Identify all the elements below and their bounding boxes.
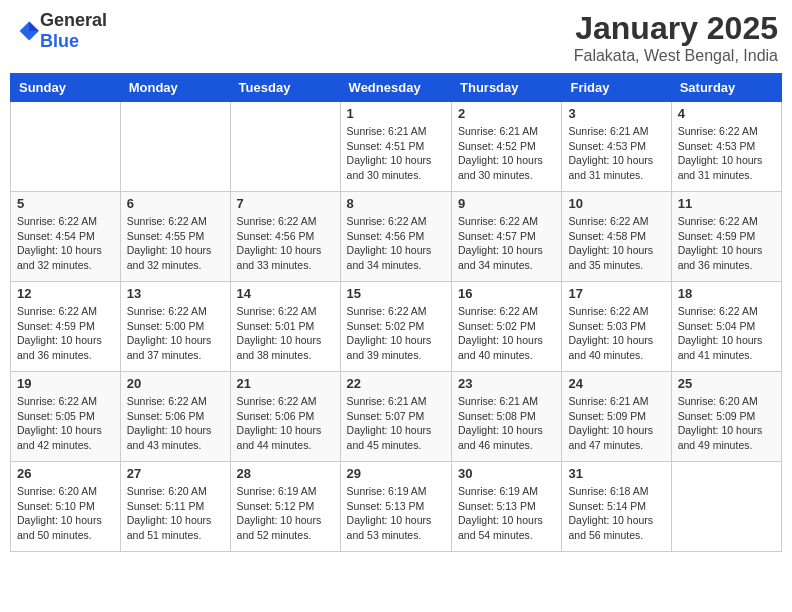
day-number: 4 bbox=[678, 106, 775, 121]
day-number: 19 bbox=[17, 376, 114, 391]
day-detail: Sunrise: 6:22 AMSunset: 5:02 PMDaylight:… bbox=[458, 304, 555, 363]
calendar-cell bbox=[671, 462, 781, 552]
day-detail: Sunrise: 6:22 AMSunset: 5:06 PMDaylight:… bbox=[127, 394, 224, 453]
calendar-week-row: 5Sunrise: 6:22 AMSunset: 4:54 PMDaylight… bbox=[11, 192, 782, 282]
calendar-cell: 19Sunrise: 6:22 AMSunset: 5:05 PMDayligh… bbox=[11, 372, 121, 462]
day-number: 7 bbox=[237, 196, 334, 211]
calendar-body: 1Sunrise: 6:21 AMSunset: 4:51 PMDaylight… bbox=[11, 102, 782, 552]
day-number: 3 bbox=[568, 106, 664, 121]
calendar-cell: 2Sunrise: 6:21 AMSunset: 4:52 PMDaylight… bbox=[452, 102, 562, 192]
day-detail: Sunrise: 6:22 AMSunset: 4:53 PMDaylight:… bbox=[678, 124, 775, 183]
calendar-cell: 21Sunrise: 6:22 AMSunset: 5:06 PMDayligh… bbox=[230, 372, 340, 462]
calendar-cell: 17Sunrise: 6:22 AMSunset: 5:03 PMDayligh… bbox=[562, 282, 671, 372]
calendar-cell: 11Sunrise: 6:22 AMSunset: 4:59 PMDayligh… bbox=[671, 192, 781, 282]
day-number: 21 bbox=[237, 376, 334, 391]
calendar-cell: 15Sunrise: 6:22 AMSunset: 5:02 PMDayligh… bbox=[340, 282, 451, 372]
logo: General Blue bbox=[14, 10, 107, 52]
calendar-cell: 30Sunrise: 6:19 AMSunset: 5:13 PMDayligh… bbox=[452, 462, 562, 552]
calendar-cell: 31Sunrise: 6:18 AMSunset: 5:14 PMDayligh… bbox=[562, 462, 671, 552]
day-number: 6 bbox=[127, 196, 224, 211]
calendar-cell bbox=[230, 102, 340, 192]
day-detail: Sunrise: 6:22 AMSunset: 4:56 PMDaylight:… bbox=[347, 214, 445, 273]
calendar-cell: 8Sunrise: 6:22 AMSunset: 4:56 PMDaylight… bbox=[340, 192, 451, 282]
calendar-cell: 18Sunrise: 6:22 AMSunset: 5:04 PMDayligh… bbox=[671, 282, 781, 372]
day-detail: Sunrise: 6:22 AMSunset: 5:02 PMDaylight:… bbox=[347, 304, 445, 363]
day-number: 24 bbox=[568, 376, 664, 391]
day-detail: Sunrise: 6:22 AMSunset: 4:57 PMDaylight:… bbox=[458, 214, 555, 273]
day-number: 5 bbox=[17, 196, 114, 211]
day-detail: Sunrise: 6:22 AMSunset: 5:01 PMDaylight:… bbox=[237, 304, 334, 363]
calendar-table: Sunday Monday Tuesday Wednesday Thursday… bbox=[10, 73, 782, 552]
calendar-cell: 13Sunrise: 6:22 AMSunset: 5:00 PMDayligh… bbox=[120, 282, 230, 372]
calendar-cell: 22Sunrise: 6:21 AMSunset: 5:07 PMDayligh… bbox=[340, 372, 451, 462]
day-number: 10 bbox=[568, 196, 664, 211]
day-number: 27 bbox=[127, 466, 224, 481]
col-monday: Monday bbox=[120, 74, 230, 102]
day-detail: Sunrise: 6:22 AMSunset: 4:55 PMDaylight:… bbox=[127, 214, 224, 273]
day-detail: Sunrise: 6:22 AMSunset: 4:54 PMDaylight:… bbox=[17, 214, 114, 273]
calendar-cell: 27Sunrise: 6:20 AMSunset: 5:11 PMDayligh… bbox=[120, 462, 230, 552]
calendar-header-row: Sunday Monday Tuesday Wednesday Thursday… bbox=[11, 74, 782, 102]
day-detail: Sunrise: 6:22 AMSunset: 4:58 PMDaylight:… bbox=[568, 214, 664, 273]
day-number: 31 bbox=[568, 466, 664, 481]
calendar-cell bbox=[120, 102, 230, 192]
day-number: 18 bbox=[678, 286, 775, 301]
day-number: 1 bbox=[347, 106, 445, 121]
calendar-week-row: 26Sunrise: 6:20 AMSunset: 5:10 PMDayligh… bbox=[11, 462, 782, 552]
day-detail: Sunrise: 6:20 AMSunset: 5:09 PMDaylight:… bbox=[678, 394, 775, 453]
day-detail: Sunrise: 6:22 AMSunset: 4:56 PMDaylight:… bbox=[237, 214, 334, 273]
day-detail: Sunrise: 6:19 AMSunset: 5:12 PMDaylight:… bbox=[237, 484, 334, 543]
day-number: 17 bbox=[568, 286, 664, 301]
calendar-cell: 1Sunrise: 6:21 AMSunset: 4:51 PMDaylight… bbox=[340, 102, 451, 192]
day-detail: Sunrise: 6:22 AMSunset: 5:05 PMDaylight:… bbox=[17, 394, 114, 453]
calendar-cell: 20Sunrise: 6:22 AMSunset: 5:06 PMDayligh… bbox=[120, 372, 230, 462]
day-number: 28 bbox=[237, 466, 334, 481]
col-saturday: Saturday bbox=[671, 74, 781, 102]
calendar-cell: 16Sunrise: 6:22 AMSunset: 5:02 PMDayligh… bbox=[452, 282, 562, 372]
col-sunday: Sunday bbox=[11, 74, 121, 102]
day-detail: Sunrise: 6:21 AMSunset: 4:51 PMDaylight:… bbox=[347, 124, 445, 183]
day-detail: Sunrise: 6:19 AMSunset: 5:13 PMDaylight:… bbox=[347, 484, 445, 543]
calendar-cell: 9Sunrise: 6:22 AMSunset: 4:57 PMDaylight… bbox=[452, 192, 562, 282]
calendar-cell: 5Sunrise: 6:22 AMSunset: 4:54 PMDaylight… bbox=[11, 192, 121, 282]
day-number: 14 bbox=[237, 286, 334, 301]
day-number: 16 bbox=[458, 286, 555, 301]
calendar-subtitle: Falakata, West Bengal, India bbox=[574, 47, 778, 65]
day-number: 11 bbox=[678, 196, 775, 211]
day-number: 15 bbox=[347, 286, 445, 301]
day-number: 25 bbox=[678, 376, 775, 391]
title-area: January 2025 Falakata, West Bengal, Indi… bbox=[574, 10, 778, 65]
calendar-cell: 28Sunrise: 6:19 AMSunset: 5:12 PMDayligh… bbox=[230, 462, 340, 552]
calendar-cell: 14Sunrise: 6:22 AMSunset: 5:01 PMDayligh… bbox=[230, 282, 340, 372]
day-number: 26 bbox=[17, 466, 114, 481]
svg-marker-1 bbox=[29, 21, 39, 31]
day-number: 20 bbox=[127, 376, 224, 391]
logo-icon bbox=[16, 19, 40, 43]
calendar-cell bbox=[11, 102, 121, 192]
col-tuesday: Tuesday bbox=[230, 74, 340, 102]
day-number: 23 bbox=[458, 376, 555, 391]
calendar-cell: 6Sunrise: 6:22 AMSunset: 4:55 PMDaylight… bbox=[120, 192, 230, 282]
calendar-week-row: 12Sunrise: 6:22 AMSunset: 4:59 PMDayligh… bbox=[11, 282, 782, 372]
day-number: 9 bbox=[458, 196, 555, 211]
day-number: 12 bbox=[17, 286, 114, 301]
calendar-cell: 26Sunrise: 6:20 AMSunset: 5:10 PMDayligh… bbox=[11, 462, 121, 552]
calendar-title: January 2025 bbox=[574, 10, 778, 47]
calendar-cell: 10Sunrise: 6:22 AMSunset: 4:58 PMDayligh… bbox=[562, 192, 671, 282]
day-detail: Sunrise: 6:19 AMSunset: 5:13 PMDaylight:… bbox=[458, 484, 555, 543]
day-number: 29 bbox=[347, 466, 445, 481]
day-detail: Sunrise: 6:20 AMSunset: 5:11 PMDaylight:… bbox=[127, 484, 224, 543]
col-wednesday: Wednesday bbox=[340, 74, 451, 102]
day-detail: Sunrise: 6:22 AMSunset: 5:06 PMDaylight:… bbox=[237, 394, 334, 453]
day-detail: Sunrise: 6:21 AMSunset: 5:09 PMDaylight:… bbox=[568, 394, 664, 453]
day-number: 22 bbox=[347, 376, 445, 391]
day-detail: Sunrise: 6:22 AMSunset: 5:03 PMDaylight:… bbox=[568, 304, 664, 363]
day-detail: Sunrise: 6:22 AMSunset: 4:59 PMDaylight:… bbox=[678, 214, 775, 273]
logo-text-general: General bbox=[40, 10, 107, 30]
day-number: 30 bbox=[458, 466, 555, 481]
day-number: 13 bbox=[127, 286, 224, 301]
calendar-cell: 24Sunrise: 6:21 AMSunset: 5:09 PMDayligh… bbox=[562, 372, 671, 462]
day-detail: Sunrise: 6:22 AMSunset: 4:59 PMDaylight:… bbox=[17, 304, 114, 363]
day-number: 8 bbox=[347, 196, 445, 211]
calendar-cell: 3Sunrise: 6:21 AMSunset: 4:53 PMDaylight… bbox=[562, 102, 671, 192]
